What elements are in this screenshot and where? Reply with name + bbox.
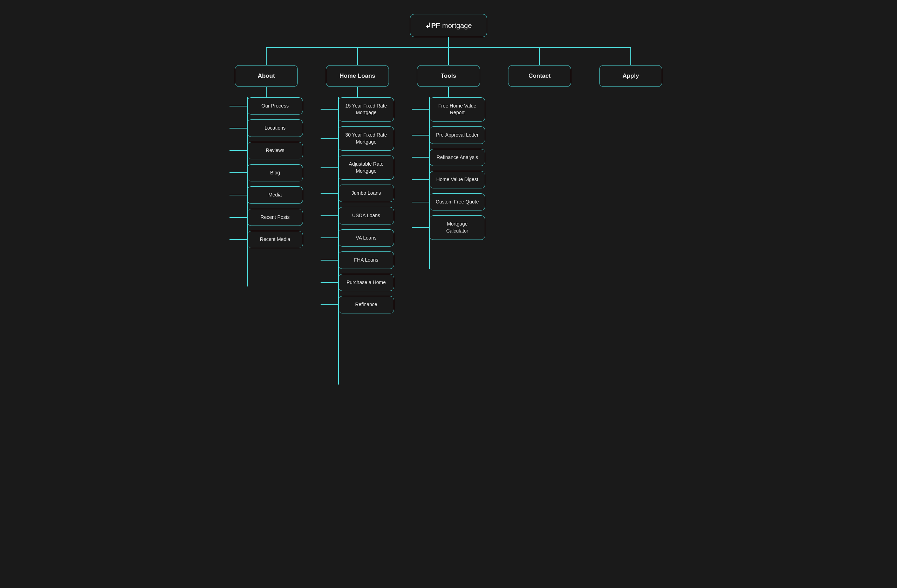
logo: ↲PF mortgage bbox=[425, 21, 471, 31]
media-node[interactable]: Media bbox=[247, 186, 303, 204]
branch-apply: Apply bbox=[585, 65, 676, 87]
pre-approval-node[interactable]: Pre-Approval Letter bbox=[429, 127, 485, 144]
stub bbox=[412, 179, 429, 180]
stub bbox=[321, 282, 338, 283]
stub bbox=[321, 109, 338, 110]
contact-node[interactable]: Contact bbox=[508, 65, 571, 87]
tools-item-pre-approval: Pre-Approval Letter bbox=[412, 127, 485, 144]
home-loans-item-15yr: 15 Year Fixed Rate Mortgage bbox=[321, 97, 394, 122]
stub bbox=[230, 150, 247, 151]
home-loans-item-va: VA Loans bbox=[321, 229, 394, 247]
about-children: Our Process Locations Reviews Blog bbox=[230, 97, 303, 248]
tools-children: Free Home Value Report Pre-Approval Lett… bbox=[412, 97, 485, 240]
free-home-value-node[interactable]: Free Home Value Report bbox=[429, 97, 485, 122]
home-loans-item-usda: USDA Loans bbox=[321, 207, 394, 225]
custom-free-quote-node[interactable]: Custom Free Quote bbox=[429, 193, 485, 211]
stub bbox=[412, 227, 429, 228]
home-loans-down-connector bbox=[326, 87, 389, 97]
home-loans-item-arm: Adjustable Rate Mortgage bbox=[321, 156, 394, 180]
root-connectors-svg bbox=[221, 37, 676, 65]
branches-row: About Our Process bbox=[221, 65, 676, 313]
about-down-connector bbox=[235, 87, 298, 97]
about-item-recent-posts: Recent Posts bbox=[230, 209, 303, 226]
stub bbox=[321, 304, 338, 305]
about-item-media: Media bbox=[230, 186, 303, 204]
about-items: Our Process Locations Reviews Blog bbox=[230, 97, 303, 248]
refinance-analysis-node[interactable]: Refinance Analysis bbox=[429, 149, 485, 166]
home-loans-items: 15 Year Fixed Rate Mortgage 30 Year Fixe… bbox=[321, 97, 394, 313]
home-loans-item-jumbo: Jumbo Loans bbox=[321, 185, 394, 202]
sitemap-container: ↲PF mortgage About bbox=[203, 14, 694, 313]
stub bbox=[230, 239, 247, 240]
apply-node[interactable]: Apply bbox=[599, 65, 662, 87]
tools-item-refinance-analysis: Refinance Analysis bbox=[412, 149, 485, 166]
mortgage-calculator-node[interactable]: Mortgage Calculator bbox=[429, 215, 485, 240]
usda-loans-node[interactable]: USDA Loans bbox=[338, 207, 394, 225]
stub bbox=[230, 106, 247, 107]
stub bbox=[321, 215, 338, 216]
tools-down-connector bbox=[417, 87, 480, 97]
recent-posts-node[interactable]: Recent Posts bbox=[247, 209, 303, 226]
home-loans-item-refinance: Refinance bbox=[321, 296, 394, 313]
branch-contact: Contact bbox=[494, 65, 585, 87]
stub bbox=[321, 260, 338, 261]
root-node[interactable]: ↲PF mortgage bbox=[410, 14, 487, 37]
about-item-recent-media: Recent Media bbox=[230, 231, 303, 248]
stub bbox=[230, 172, 247, 173]
refinance-node[interactable]: Refinance bbox=[338, 296, 394, 313]
15yr-fixed-node[interactable]: 15 Year Fixed Rate Mortgage bbox=[338, 97, 394, 122]
about-item-locations: Locations bbox=[230, 119, 303, 137]
arm-node[interactable]: Adjustable Rate Mortgage bbox=[338, 156, 394, 180]
home-loans-item-purchase: Purchase a Home bbox=[321, 274, 394, 292]
reviews-node[interactable]: Reviews bbox=[247, 142, 303, 159]
logo-icon: ↲PF bbox=[425, 21, 440, 31]
about-item-reviews: Reviews bbox=[230, 142, 303, 159]
va-loans-node[interactable]: VA Loans bbox=[338, 229, 394, 247]
home-value-digest-node[interactable]: Home Value Digest bbox=[429, 171, 485, 188]
stub bbox=[412, 135, 429, 136]
stub bbox=[230, 217, 247, 218]
stub bbox=[412, 109, 429, 110]
30yr-fixed-node[interactable]: 30 Year Fixed Rate Mortgage bbox=[338, 127, 394, 151]
logo-suffix: mortgage bbox=[442, 21, 472, 31]
tools-item-mortgage-calc: Mortgage Calculator bbox=[412, 215, 485, 240]
about-node[interactable]: About bbox=[235, 65, 298, 87]
blog-node[interactable]: Blog bbox=[247, 164, 303, 182]
tools-items: Free Home Value Report Pre-Approval Lett… bbox=[412, 97, 485, 240]
purchase-home-node[interactable]: Purchase a Home bbox=[338, 274, 394, 292]
stub bbox=[230, 128, 247, 128]
our-process-node[interactable]: Our Process bbox=[247, 97, 303, 115]
tools-node[interactable]: Tools bbox=[417, 65, 480, 87]
branch-tools: Tools Free Home Value Report bbox=[403, 65, 494, 240]
home-loans-children: 15 Year Fixed Rate Mortgage 30 Year Fixe… bbox=[321, 97, 394, 313]
recent-media-node[interactable]: Recent Media bbox=[247, 231, 303, 248]
stub bbox=[321, 237, 338, 238]
branch-home-loans: Home Loans 15 Year Fixed Rate Mortgage bbox=[312, 65, 403, 313]
stub bbox=[412, 202, 429, 202]
stub bbox=[412, 157, 429, 157]
locations-node[interactable]: Locations bbox=[247, 119, 303, 137]
home-loans-item-30yr: 30 Year Fixed Rate Mortgage bbox=[321, 127, 394, 151]
tree-wrapper: ↲PF mortgage About bbox=[203, 14, 694, 313]
home-loans-item-fha: FHA Loans bbox=[321, 252, 394, 269]
stub bbox=[321, 193, 338, 194]
stub bbox=[230, 195, 247, 195]
jumbo-loans-node[interactable]: Jumbo Loans bbox=[338, 185, 394, 202]
tools-item-custom-quote: Custom Free Quote bbox=[412, 193, 485, 211]
about-item-blog: Blog bbox=[230, 164, 303, 182]
tools-item-home-value: Free Home Value Report bbox=[412, 97, 485, 122]
stub bbox=[321, 167, 338, 168]
stub bbox=[321, 138, 338, 139]
about-item-our-process: Our Process bbox=[230, 97, 303, 115]
home-loans-node[interactable]: Home Loans bbox=[326, 65, 389, 87]
tools-item-home-value-digest: Home Value Digest bbox=[412, 171, 485, 188]
branch-about: About Our Process bbox=[221, 65, 312, 248]
fha-loans-node[interactable]: FHA Loans bbox=[338, 252, 394, 269]
